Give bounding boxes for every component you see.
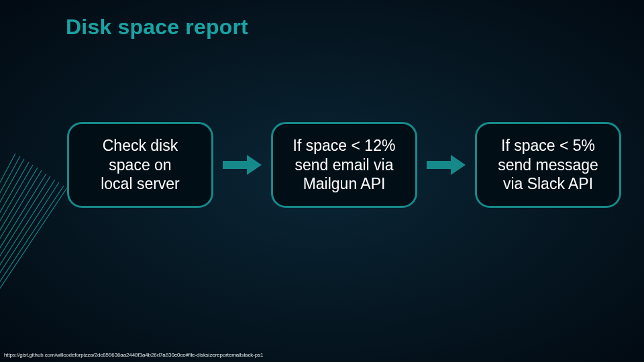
step-3-line-3: via Slack API xyxy=(503,174,593,194)
step-box-3: If space < 5% send message via Slack API xyxy=(475,122,621,208)
step-2-line-2: send email via xyxy=(294,156,393,175)
arrow-right-icon xyxy=(223,155,262,175)
step-1-line-1: Check disk xyxy=(103,136,178,156)
step-box-1: Check disk space on local server xyxy=(67,122,213,208)
svg-rect-0 xyxy=(223,161,247,169)
svg-marker-1 xyxy=(247,155,262,175)
arrow-right-icon xyxy=(427,155,466,175)
step-2-line-1: If space < 12% xyxy=(293,136,396,156)
svg-marker-3 xyxy=(451,155,466,175)
flow-diagram: Check disk space on local server If spac… xyxy=(67,122,631,208)
step-3-line-2: send message xyxy=(498,156,598,175)
step-3-line-1: If space < 5% xyxy=(501,136,595,156)
svg-rect-2 xyxy=(427,161,451,169)
footer-source-url: https://gist.github.com/willcodeforpizza… xyxy=(4,352,263,358)
step-1-line-3: local server xyxy=(101,174,180,194)
page-title: Disk space report xyxy=(66,15,248,40)
step-2-line-3: Mailgun API xyxy=(303,174,386,194)
step-1-line-2: space on xyxy=(109,156,171,175)
step-box-2: If space < 12% send email via Mailgun AP… xyxy=(271,122,417,208)
